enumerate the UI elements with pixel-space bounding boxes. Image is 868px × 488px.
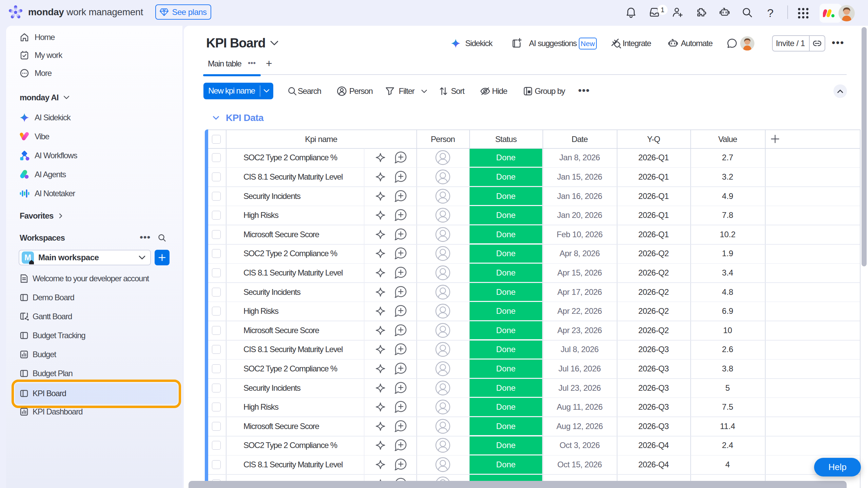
svg-text:M: M: [24, 253, 31, 262]
